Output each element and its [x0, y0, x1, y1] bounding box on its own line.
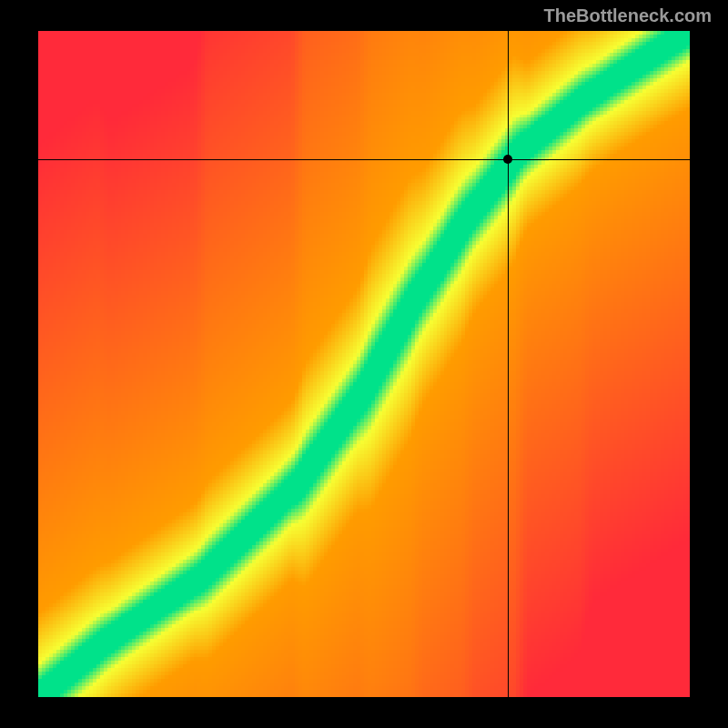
heatmap-canvas: [38, 31, 690, 697]
crosshair-horizontal: [38, 159, 690, 160]
crosshair-vertical: [508, 31, 509, 697]
attribution-text: TheBottleneck.com: [544, 5, 712, 26]
marker-point: [503, 155, 512, 164]
heatmap-plot: [38, 31, 690, 697]
